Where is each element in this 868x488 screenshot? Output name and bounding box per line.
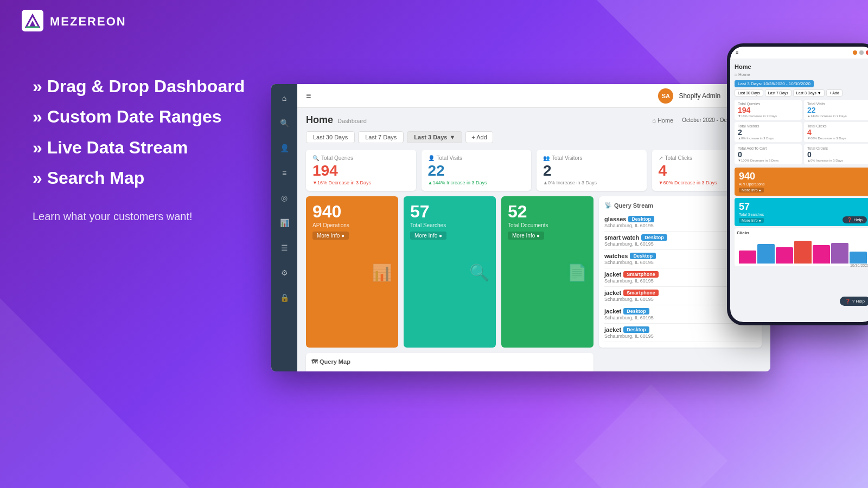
phone-date-range: Last 3 Days: 10/28/2020 - 10/30/2020 [735, 80, 814, 87]
page-header: Home Dashboard ⌂ Home October 2020 - Oct… [306, 114, 762, 126]
sidebar-icon-menu[interactable]: ≡ [277, 165, 292, 181]
stream-item-6: jacket Desktop Schaumburg, IL 60195 [604, 324, 756, 342]
hamburger-icon[interactable]: ≡ [306, 91, 311, 101]
sidebar-icon-chart[interactable]: 📊 [277, 215, 292, 230]
phone-date-tabs: Last 30 Days Last 7 Days Last 3 Days ▼ +… [735, 89, 868, 97]
bg-decoration-diamond [575, 384, 728, 488]
device-badge: Desktop [623, 308, 649, 314]
home-link[interactable]: ⌂ Home [652, 117, 673, 124]
dot-orange [853, 50, 857, 55]
stat-card-queries: 🔍 Total Queries 194 ▼16% Decrease in 3 D… [306, 150, 416, 191]
stat-value-queries: 194 [312, 163, 410, 178]
total-searches-link[interactable]: More Info ● [410, 232, 446, 240]
bar-2 [776, 247, 793, 264]
dot-gray [859, 50, 864, 55]
sidebar-icon-list[interactable]: ☰ [277, 240, 292, 255]
dropdown-arrow-icon: ▼ [449, 134, 455, 140]
tab-last-3-days[interactable]: Last 3 Days ▼ [407, 131, 462, 143]
phone-tab-7[interactable]: Last 7 Days [765, 89, 792, 97]
mini-bar-chart [737, 236, 868, 264]
click-icon: ↗ [659, 155, 663, 161]
query-text: jacket [604, 326, 621, 333]
map-icon: 🗺 [311, 358, 317, 365]
us-map-container [311, 369, 588, 371]
phone-tab-30[interactable]: Last 30 Days [735, 89, 763, 97]
phone-tab-add[interactable]: + Add [826, 89, 843, 97]
bar-6 [850, 252, 867, 264]
query-map-title: 🗺 Query Map [311, 358, 588, 365]
phone-topbar: ≡ [730, 47, 868, 59]
stat-change-queries: ▼16% Decrease in 3 Days [312, 180, 410, 185]
avatar: SA [658, 88, 673, 104]
search-icon: 🔍 [312, 155, 319, 161]
total-documents-link[interactable]: More Info ● [508, 232, 544, 240]
phone-chart: Clicks 10/30/2020 [735, 228, 868, 266]
phone-content: Home ⌂ Home Last 3 Days: 10/28/2020 - 10… [730, 59, 868, 322]
phone-stats: Total Queries 194 ▼16% Decrease in 3 Day… [735, 100, 868, 164]
query-text: smart watch [604, 234, 639, 241]
stream-location: Schaumburg, IL 60195 [604, 333, 756, 339]
api-operations-label: API Operations [312, 222, 392, 228]
header: MEZEREON [0, 0, 868, 43]
device-badge: Desktop [641, 234, 667, 241]
api-operations-link[interactable]: More Info ● [312, 232, 349, 240]
sidebar-icon-target[interactable]: ◎ [277, 190, 292, 206]
help-circle-icon: ❓ [845, 299, 851, 304]
stat-label-visits: 👤 Total Visits [428, 155, 525, 161]
bar-5 [831, 243, 848, 264]
stat-change-visits: ▲144% Increase in 3 Days [428, 180, 525, 185]
sidebar-icon-home[interactable]: ⌂ [277, 91, 292, 106]
bar-4 [813, 245, 830, 264]
tab-last-30-days[interactable]: Last 30 Days [306, 131, 355, 143]
phone-stat-clicks: Total Clicks 4 ▼60% Decrease in 3 Days [804, 122, 868, 142]
user-label: Shopify Admin [679, 92, 720, 100]
total-documents-value: 52 [508, 203, 587, 220]
stat-label-visitors: 👥 Total Visitors [543, 155, 640, 161]
colored-card-documents: 52 Total Documents More Info ● 📄 [501, 196, 593, 348]
add-date-button[interactable]: + Add [465, 131, 493, 143]
dot-red [866, 50, 868, 55]
bar-chart-icon: 📊 [372, 262, 392, 281]
sidebar: ⌂ 🔍 👤 ≡ ◎ 📊 ☰ ⚙ 🔒 [271, 84, 297, 371]
colored-card-searches: 57 Total Searches More Info ● 🔍 [404, 196, 496, 348]
phone-stat-orders: Total Orders 0 ▲0% Increase in 3 Days [804, 144, 868, 164]
topbar: ≡ SA Shopify Admin ▼ 🎓 ❓ [297, 84, 770, 108]
stat-value-visits: 22 [428, 163, 525, 178]
phone-card-searches: 57 Total Searches More Info ● ❓ Help [735, 198, 868, 226]
device-badge: Desktop [630, 253, 656, 259]
query-text: jacket [604, 271, 621, 278]
sidebar-icon-settings[interactable]: ⚙ [277, 265, 292, 280]
phone-stat-visits: Total Visits 22 ▲144% Increase in 3 Days [804, 100, 868, 120]
page-title: Home [306, 114, 333, 126]
sidebar-icon-search[interactable]: 🔍 [277, 115, 292, 131]
date-tabs: Last 30 Days Last 7 Days Last 3 Days ▼ +… [306, 131, 762, 143]
phone-stat-addtocart: Total Add To Cart 0 ▼100% Decrease in 3 … [735, 144, 802, 164]
query-text: glasses [604, 216, 626, 222]
query-text: watches [604, 253, 628, 259]
main-area: ≡ SA Shopify Admin ▼ 🎓 ❓ Home Dashboard … [297, 84, 770, 371]
user-icon: 👤 [428, 155, 435, 161]
sidebar-icon-lock[interactable]: 🔒 [277, 290, 292, 305]
device-badge: Desktop [623, 326, 649, 333]
feature-list: Drag & Drop Dashboard Custom Date Ranges… [33, 76, 277, 189]
sidebar-icon-users[interactable]: 👤 [277, 140, 292, 156]
users-icon: 👥 [543, 155, 550, 161]
phone-tab-3[interactable]: Last 3 Days ▼ [793, 89, 825, 97]
tab-last-7-days[interactable]: Last 7 Days [358, 131, 404, 143]
phone-help-inner-btn[interactable]: ❓ Help [843, 216, 867, 223]
stat-value-visitors: 2 [543, 163, 640, 178]
phone-help-button[interactable]: ❓ ? Help [840, 297, 868, 306]
us-map-svg [311, 369, 588, 371]
stat-card-visits: 👤 Total Visits 22 ▲144% Increase in 3 Da… [422, 150, 532, 191]
phone-status-dots [853, 50, 868, 55]
device-badge: Desktop [628, 216, 654, 222]
total-documents-label: Total Documents [508, 222, 587, 228]
phone-stat-queries: Total Queries 194 ▼16% Decrease in 3 Day… [735, 100, 802, 120]
query-text: jacket [604, 308, 621, 314]
phone-stat-visitors: Total Visitors 2 ▲0% Increase in 3 Days [735, 122, 802, 142]
stats-grid: 🔍 Total Queries 194 ▼16% Decrease in 3 D… [306, 150, 762, 191]
stream-icon: 📡 [604, 202, 612, 209]
left-content: Drag & Drop Dashboard Custom Date Ranges… [33, 76, 277, 223]
phone-screen: ≡ Home ⌂ Home Last 3 Days: 10/28/2020 - … [730, 47, 868, 322]
search-large-icon: 🔍 [469, 262, 489, 281]
